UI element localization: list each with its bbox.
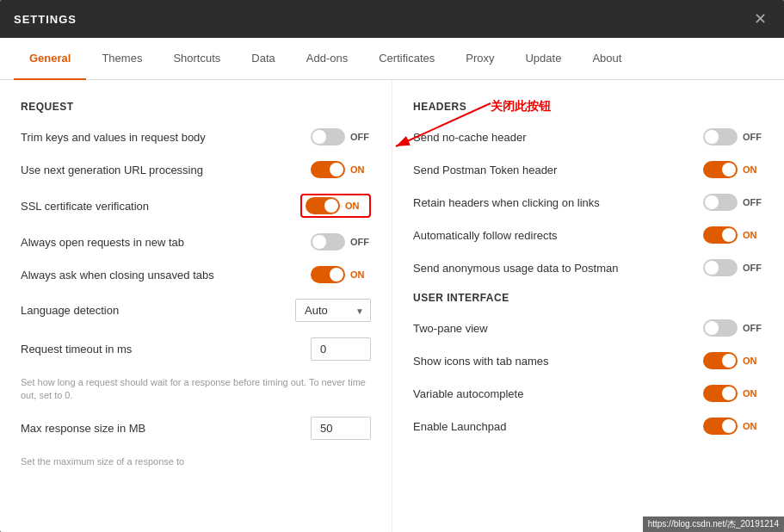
max-response-input[interactable] (311, 417, 371, 440)
two-pane-label: Two-pane view (413, 322, 703, 335)
watermark: https://blog.csdn.net/杰_20191214 (643, 517, 784, 532)
two-pane-toggle[interactable]: OFF (703, 319, 763, 337)
no-cache-track[interactable] (703, 128, 738, 145)
closing-unsaved-track[interactable] (311, 266, 345, 283)
redirects-toggle[interactable]: ON (703, 226, 763, 244)
autocomplete-state: ON (743, 388, 763, 399)
setting-anonymous-usage: Send anonymous usage data to Postman OFF (413, 259, 763, 276)
postman-token-track[interactable] (703, 161, 738, 178)
anonymous-usage-state: OFF (743, 263, 763, 273)
two-pane-state: OFF (743, 323, 763, 333)
url-processing-toggle[interactable]: ON (311, 161, 371, 178)
right-panel: HEADERS Send no-cache header OFF Send Po… (392, 80, 784, 532)
ssl-state: ON (345, 201, 366, 211)
max-response-label: Max response size in MB (21, 422, 311, 435)
setting-show-icons: Show icons with tab names ON (413, 352, 763, 369)
setting-retain-headers: Retain headers when clicking on links OF… (413, 194, 763, 211)
setting-closing-unsaved: Always ask when closing unsaved tabs ON (21, 266, 371, 283)
retain-headers-label: Retain headers when clicking on links (413, 196, 703, 209)
timeout-input[interactable] (311, 337, 371, 361)
settings-content: REQUEST Trim keys and values in request … (0, 80, 784, 532)
timeout-label: Request timeout in ms (21, 343, 311, 356)
language-select[interactable]: Auto English Chinese (295, 299, 371, 322)
trim-keys-track[interactable] (311, 128, 345, 145)
settings-modal: SETTINGS ✕ General Themes Shortcuts Data… (0, 0, 784, 532)
autocomplete-track[interactable] (703, 385, 738, 402)
modal-header: SETTINGS ✕ (0, 0, 784, 38)
postman-token-toggle[interactable]: ON (703, 161, 763, 178)
url-processing-state: ON (350, 164, 371, 175)
closing-unsaved-state: ON (350, 269, 371, 280)
closing-unsaved-label: Always ask when closing unsaved tabs (21, 269, 311, 281)
tab-addons[interactable]: Add-ons (291, 38, 363, 80)
trim-keys-state: OFF (350, 132, 371, 142)
no-cache-state: OFF (743, 132, 763, 142)
postman-token-state: ON (743, 164, 763, 175)
no-cache-label: Send no-cache header (413, 131, 703, 144)
tab-update[interactable]: Update (509, 38, 577, 80)
show-icons-toggle[interactable]: ON (703, 352, 763, 369)
setting-two-pane: Two-pane view OFF (413, 319, 763, 337)
timeout-hint: Set how long a request should wait for a… (21, 376, 371, 403)
modal-title: SETTINGS (14, 13, 77, 26)
redirects-state: ON (743, 230, 763, 240)
tab-certificates[interactable]: Certificates (363, 38, 450, 80)
no-cache-toggle[interactable]: OFF (703, 128, 763, 145)
max-response-hint: Set the maximum size of a response to (21, 455, 371, 468)
redirects-track[interactable] (703, 226, 738, 244)
ui-section-title: USER INTERFACE (413, 292, 763, 304)
setting-url-processing: Use next generation URL processing ON (21, 161, 371, 178)
ssl-label: SSL certificate verification (21, 200, 300, 213)
show-icons-state: ON (743, 356, 763, 366)
trim-keys-toggle[interactable]: OFF (311, 128, 371, 145)
headers-section-title: HEADERS (413, 101, 763, 113)
launchpad-toggle[interactable]: ON (703, 418, 763, 435)
retain-headers-toggle[interactable]: OFF (703, 194, 763, 211)
tab-proxy[interactable]: Proxy (450, 38, 509, 80)
setting-trim-keys: Trim keys and values in request body OFF (21, 128, 371, 145)
launchpad-state: ON (743, 421, 763, 431)
tab-general[interactable]: General (14, 38, 86, 80)
language-label: Language detection (21, 304, 295, 317)
url-processing-label: Use next generation URL processing (21, 164, 311, 176)
setting-no-cache: Send no-cache header OFF (413, 128, 763, 145)
setting-ssl: SSL certificate verification ON (21, 194, 371, 218)
setting-new-tab: Always open requests in new tab OFF (21, 233, 371, 251)
tab-data[interactable]: Data (236, 38, 290, 80)
launchpad-track[interactable] (703, 418, 738, 435)
autocomplete-toggle[interactable]: ON (703, 385, 763, 402)
setting-redirects: Automatically follow redirects ON (413, 226, 763, 244)
tabs-bar: General Themes Shortcuts Data Add-ons Ce… (0, 38, 784, 80)
retain-headers-state: OFF (743, 197, 763, 207)
close-button[interactable]: ✕ (750, 8, 770, 30)
launchpad-label: Enable Launchpad (413, 420, 703, 433)
tab-shortcuts[interactable]: Shortcuts (157, 38, 236, 80)
setting-launchpad: Enable Launchpad ON (413, 418, 763, 435)
closing-unsaved-toggle[interactable]: ON (311, 266, 371, 283)
left-panel: REQUEST Trim keys and values in request … (0, 80, 392, 532)
anonymous-usage-toggle[interactable]: OFF (703, 259, 763, 276)
show-icons-label: Show icons with tab names (413, 355, 703, 368)
anonymous-usage-label: Send anonymous usage data to Postman (413, 262, 703, 275)
trim-keys-label: Trim keys and values in request body (21, 131, 311, 144)
setting-max-response: Max response size in MB (21, 417, 371, 440)
autocomplete-label: Variable autocomplete (413, 387, 703, 400)
anonymous-usage-track[interactable] (703, 259, 738, 276)
new-tab-track[interactable] (311, 233, 345, 251)
new-tab-toggle[interactable]: OFF (311, 233, 371, 251)
ssl-track[interactable] (306, 197, 340, 214)
postman-token-label: Send Postman Token header (413, 164, 703, 176)
show-icons-track[interactable] (703, 352, 738, 369)
tab-themes[interactable]: Themes (86, 38, 157, 80)
tab-about[interactable]: About (577, 38, 637, 80)
ssl-toggle[interactable]: ON (300, 194, 371, 218)
new-tab-label: Always open requests in new tab (21, 236, 311, 249)
setting-language: Language detection Auto English Chinese … (21, 299, 371, 322)
url-processing-track[interactable] (311, 161, 345, 178)
retain-headers-track[interactable] (703, 194, 738, 211)
new-tab-state: OFF (350, 237, 371, 247)
two-pane-track[interactable] (703, 319, 738, 337)
setting-timeout: Request timeout in ms (21, 337, 371, 361)
language-select-wrap[interactable]: Auto English Chinese ▼ (295, 299, 371, 322)
redirects-label: Automatically follow redirects (413, 229, 703, 242)
